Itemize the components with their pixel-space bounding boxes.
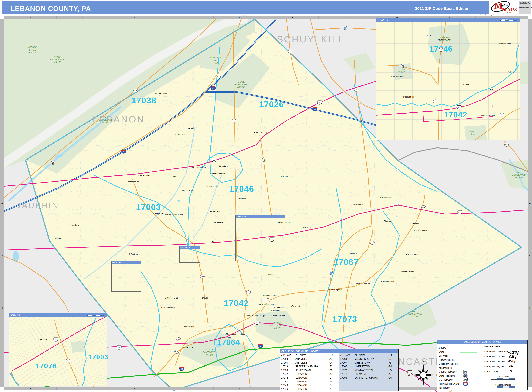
town-label: Millbach Springs	[399, 271, 414, 273]
town-label: Cornwall	[271, 309, 280, 312]
zip-name-cell: PALMYRA	[355, 373, 388, 375]
column-header: ZIP Name	[295, 354, 329, 356]
zip-table-row: 17046LEBANONE4	[280, 383, 339, 387]
town-name: Coffeetown	[129, 253, 139, 255]
town-dot-icon	[438, 39, 439, 40]
town-dot-icon	[353, 205, 354, 205]
legend: 2021 Lebanon County, PA Map CountyStateZ…	[437, 340, 528, 391]
town-name: Newmanstown	[415, 229, 428, 231]
town-name: Fontana	[201, 297, 208, 299]
town-label: Pleasant Hill	[402, 96, 414, 98]
zip-table-row: 17073NEWMANSTOWNH5	[339, 368, 398, 372]
legend-item-label: Interstate Highways	[439, 383, 459, 385]
town-name: Mount Zion	[282, 175, 292, 177]
us-highway-shield: 322	[407, 370, 412, 374]
town-label: Burd Coleman Village	[245, 315, 265, 317]
town-dot-icon	[348, 253, 348, 254]
city-word: City	[509, 355, 517, 359]
town-dot-icon	[405, 254, 405, 255]
town-dot-icon	[245, 316, 246, 316]
state-highway-shield: 72	[433, 99, 438, 103]
town-dot-icon	[126, 182, 126, 182]
town-label: Cleona	[211, 241, 218, 243]
inset-scale-bar	[87, 315, 104, 316]
town-label: Green Point	[155, 92, 167, 94]
town-name: Harper Tavern	[139, 174, 151, 177]
legend-copyright	[524, 389, 526, 390]
town-name: Miners Village	[273, 314, 285, 317]
us-highway-shield: 422	[54, 338, 58, 342]
inset-indicator-rect: PALMYRA	[111, 261, 141, 292]
grid-row-5: 5	[528, 229, 532, 282]
town-label: Beverly Heights	[210, 172, 225, 174]
zip-name-cell: LEBANON	[295, 384, 329, 387]
town-name: Steelstown	[70, 224, 79, 226]
legend-line-sample	[460, 356, 477, 356]
state-highway-shield: 419	[421, 205, 426, 209]
town-label: Bunker Hill	[207, 185, 218, 187]
town-name: Palmyra	[40, 338, 47, 341]
zip-code-label: 17046	[229, 184, 254, 194]
zip-code-label: 17073	[332, 314, 357, 324]
grid-col-B: B	[56, 15, 109, 19]
town-dot-icon	[55, 238, 56, 239]
zip-table-row: 17067MYERSTOWNJ2	[339, 361, 398, 364]
grid-col-G: G	[318, 15, 371, 19]
zip-index-table: ZIP Code Index/Grid Locator ZIP CodeZIP …	[280, 349, 399, 391]
state-highway-shield: 897	[329, 271, 333, 275]
town-label: Millardsville	[380, 196, 392, 199]
town-label: Ono	[173, 175, 178, 177]
town-dot-icon	[488, 89, 488, 90]
legend-shield-sample: 123	[463, 378, 468, 382]
inset-indicator-title: ANNVILLE	[180, 246, 200, 249]
town-dot-icon	[423, 35, 423, 36]
loc-cell: D2	[329, 369, 338, 372]
state-highway-shield: 897	[500, 113, 504, 117]
zip-code-label: 17003	[136, 202, 161, 212]
park-label: STATE GAMELANDS NO 280	[512, 171, 526, 179]
legend-shield-sample: 123	[463, 382, 468, 386]
zip-name-cell: SCHAEFFERSTOWN	[355, 377, 388, 379]
park-label: STATE GAMELANDS NO 210	[50, 56, 64, 63]
town-dot-icon	[155, 93, 156, 94]
legend-title: 2021 Lebanon County, PA Map	[438, 340, 527, 344]
legend-line-sample	[460, 364, 477, 364]
legend-item-label: Primary Streets	[439, 359, 454, 361]
grid-col-F: F	[266, 15, 318, 19]
town-label: Steelstown	[69, 224, 79, 226]
us-highway-shield: 422	[457, 105, 462, 109]
state-highway-shield: 443	[217, 74, 221, 77]
legend-scale-tick: 2	[514, 388, 515, 390]
town-dot-icon	[182, 327, 182, 327]
city-word: City	[509, 359, 515, 363]
legend-line-sample	[460, 384, 477, 384]
town-label: Stricklerstown	[405, 253, 418, 256]
town-name: Beverly Heights	[211, 172, 225, 174]
zip-name-cell: LEBANON	[295, 388, 329, 391]
town-name: Ono	[174, 175, 178, 177]
town-label: Bordnersville	[173, 133, 186, 135]
grid-row-1: 1	[0, 19, 4, 72]
legend-city-class-label: Cities 50,000 - 99,999	[483, 355, 505, 358]
zip-name-cell: LEBANON	[295, 377, 329, 379]
city-dot-icon	[508, 370, 509, 371]
state-highway-shield: 325	[133, 89, 138, 92]
grid-row-3: 3	[0, 124, 4, 177]
inset-title: LEBANON	[376, 18, 520, 22]
grid-row-4: 4	[528, 177, 532, 229]
town-name: Cleona	[212, 241, 218, 243]
city-dot-icon	[508, 357, 509, 357]
inset-indicator-title: PALMYRA	[112, 261, 141, 264]
town-dot-icon	[263, 295, 264, 296]
park-label: STATE GAMELANDS NO 046	[408, 310, 422, 318]
legend-line-sample	[460, 352, 477, 353]
lake	[177, 200, 180, 202]
loc-cell: G6	[388, 377, 397, 379]
town-label: Sheridan	[410, 223, 419, 225]
zip-name-cell: JONESTOWN	[295, 369, 329, 372]
town-label: Weavertown	[499, 42, 511, 45]
inset-indicator-rect: ANNVILLE	[179, 246, 201, 263]
town-name: Weavertown	[500, 42, 511, 45]
inset-scale-label: Scale in Miles	[89, 313, 95, 314]
town-dot-icon	[253, 132, 253, 133]
